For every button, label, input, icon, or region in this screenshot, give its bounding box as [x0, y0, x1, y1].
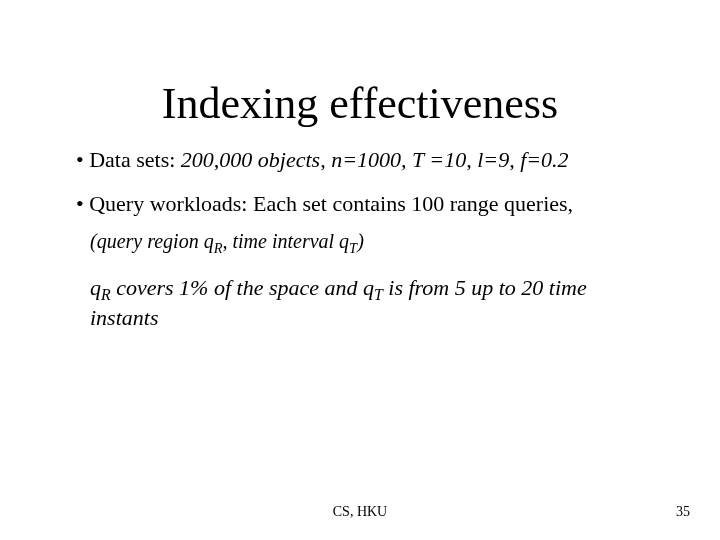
subline-open: (query region q	[90, 230, 214, 252]
footer-center: CS, HKU	[0, 504, 720, 520]
subline-mid: , time interval q	[222, 230, 349, 252]
slide: Indexing effectiveness • Data sets: 200,…	[0, 0, 720, 540]
bullet-label-text: Query workloads	[89, 191, 241, 216]
bullet-datasets: • Data sets: 200,000 objects, n=1000, T …	[76, 145, 660, 175]
subline-sub-t: T	[349, 240, 357, 256]
query-region-definition: (query region qR, time interval qT)	[90, 228, 660, 255]
bullet-label: Data sets:	[89, 147, 181, 172]
coverage-paragraph: qR covers 1% of the space and qT is from…	[90, 273, 660, 332]
bullet-value: Each set contains 100 range queries,	[253, 191, 573, 216]
bullet-mark-icon: •	[76, 191, 89, 216]
para-q1: q	[90, 275, 101, 300]
bullet-label: Query workloads:	[89, 191, 253, 216]
slide-title: Indexing effectiveness	[0, 78, 720, 129]
para-mid: covers 1% of the space and q	[111, 275, 374, 300]
bullet-query-workloads: • Query workloads: Each set contains 100…	[76, 189, 660, 333]
bullet-mark-icon: •	[76, 147, 89, 172]
para-sub-r: R	[101, 287, 111, 304]
para-sub-t: T	[374, 287, 383, 304]
slide-body: • Data sets: 200,000 objects, n=1000, T …	[76, 145, 660, 347]
subline-close: )	[357, 230, 364, 252]
bullet-label-text: Data sets	[89, 147, 169, 172]
bullet-value: 200,000 objects, n=1000, T =10, l=9, f=0…	[181, 147, 569, 172]
footer-page-number: 35	[676, 504, 690, 520]
